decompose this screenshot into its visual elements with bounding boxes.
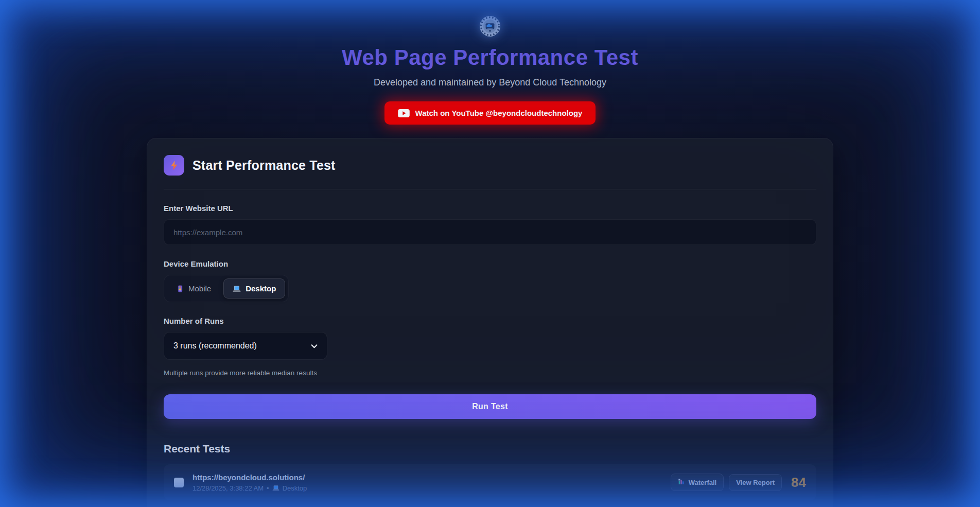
- waterfall-button[interactable]: Waterfall: [671, 474, 724, 491]
- device-option-mobile-label: Mobile: [188, 284, 211, 293]
- test-url: https://beyondcloud.solutions/: [192, 473, 671, 482]
- test-info: https://beyondcloud.solutions/ 12/28/202…: [192, 473, 671, 492]
- url-label: Enter Website URL: [164, 204, 816, 213]
- page-title: Web Page Performance Test: [147, 45, 833, 70]
- recent-tests-heading: Recent Tests: [164, 443, 816, 455]
- device-option-desktop[interactable]: Desktop: [223, 278, 285, 299]
- device-toggle-group: Mobile Desktop: [164, 275, 289, 302]
- waterfall-button-label: Waterfall: [689, 479, 716, 486]
- test-timestamp: 12/28/2025, 3:38:22 AM: [192, 484, 264, 492]
- page-header: Web Page Performance Test Developed and …: [147, 0, 833, 125]
- performance-test-card: Start Performance Test Enter Website URL…: [147, 138, 833, 507]
- view-report-button[interactable]: View Report: [729, 474, 782, 491]
- url-field: Enter Website URL: [164, 204, 816, 245]
- runs-hint: Multiple runs provide more reliable medi…: [164, 369, 816, 377]
- url-input[interactable]: [164, 219, 816, 245]
- youtube-play-icon: [398, 109, 410, 117]
- laptop-icon: [233, 285, 241, 292]
- site-logo-icon: [479, 15, 501, 37]
- card-divider: [164, 189, 816, 189]
- youtube-button-label: Watch on YouTube @beyondcloudtechnology: [415, 109, 583, 117]
- lightning-icon: [164, 155, 184, 176]
- page-background: Web Page Performance Test Developed and …: [0, 0, 980, 507]
- performance-score: 84: [791, 475, 806, 491]
- test-device: Desktop: [283, 484, 307, 492]
- runs-label: Number of Runs: [164, 317, 816, 325]
- run-test-button[interactable]: Run Test: [164, 394, 816, 419]
- runs-field: Number of Runs 3 runs (recommended) Mult…: [164, 317, 816, 377]
- runs-select[interactable]: 3 runs (recommended): [164, 332, 327, 360]
- device-option-mobile[interactable]: Mobile: [167, 278, 220, 299]
- chevron-down-icon: [311, 341, 318, 351]
- test-checkbox[interactable]: [174, 478, 184, 487]
- runs-selected-option: 3 runs (recommended): [173, 341, 257, 351]
- row-actions: Waterfall View Report 84: [671, 474, 806, 491]
- device-field: Device Emulation: [164, 259, 816, 302]
- device-label: Device Emulation: [164, 259, 816, 268]
- test-meta: 12/28/2025, 3:38:22 AM • Desktop: [192, 484, 671, 492]
- page-subtitle: Developed and maintained by Beyond Cloud…: [147, 77, 833, 88]
- laptop-icon: [272, 485, 279, 491]
- mobile-phone-icon: [177, 285, 184, 292]
- recent-test-row: https://beyondcloud.solutions/ 12/28/202…: [164, 464, 816, 500]
- card-header: Start Performance Test: [164, 155, 816, 176]
- youtube-button[interactable]: Watch on YouTube @beyondcloudtechnology: [384, 101, 596, 125]
- card-title: Start Performance Test: [192, 158, 336, 173]
- bar-chart-icon: [678, 478, 685, 486]
- meta-separator: •: [267, 484, 269, 492]
- device-option-desktop-label: Desktop: [246, 284, 276, 293]
